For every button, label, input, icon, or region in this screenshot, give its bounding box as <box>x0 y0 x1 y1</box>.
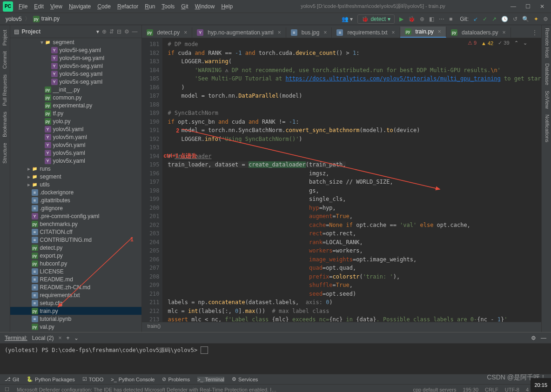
tab-train.py[interactable]: pytrain.py× <box>400 27 446 38</box>
leftbar-bookmarks[interactable]: Bookmarks <box>2 109 7 140</box>
terminal-body[interactable]: (yolotest) PS D:\code-fps\freshman\code\… <box>0 344 551 357</box>
project-tree[interactable]: ▾📁segmentYyolov5l-seg.yamlYyolov5m-seg.y… <box>10 38 141 332</box>
tree-item[interactable]: Yyolov5n-seg.yaml <box>10 62 141 70</box>
rightbar-remote-host[interactable]: Remote Host <box>542 25 551 60</box>
code-content[interactable]: # DP mode if cuda and RANK == -1 and tor… <box>162 38 541 322</box>
git-rollback-icon[interactable]: ↺ <box>513 16 517 22</box>
git-history-icon[interactable]: 🕓 <box>501 16 508 22</box>
debug-icon[interactable]: 🐞 <box>408 16 415 22</box>
tree-item[interactable]: pytrain.py <box>10 307 141 315</box>
close-icon[interactable]: × <box>278 29 281 36</box>
tree-item[interactable]: ≡README.zh-CN.md <box>10 283 141 291</box>
leftbar-commit[interactable]: Commit <box>2 48 7 72</box>
tree-item[interactable]: ≡CITATION.cff <box>10 228 141 236</box>
tree-item[interactable]: ≡LICENSE <box>10 267 141 275</box>
tree-item[interactable]: ▸📁runs <box>10 165 141 173</box>
rightbar-database[interactable]: Database <box>542 60 551 88</box>
coverage-icon[interactable]: ⊕ <box>420 16 424 22</box>
run-config[interactable]: 🐞detect ▾ <box>357 14 395 24</box>
dropdown-icon[interactable]: ▾ <box>96 28 99 35</box>
tree-item[interactable]: pydetect.py <box>10 244 141 252</box>
users-icon[interactable]: 👥 ▾ <box>342 16 353 22</box>
rightbar-sciview[interactable]: SciView <box>542 88 551 112</box>
tree-item[interactable]: ▾📁segment <box>10 38 141 46</box>
tree-item[interactable]: pytf.py <box>10 109 141 117</box>
tab-bus.jpg[interactable]: ≡bus.jpg× <box>286 27 332 38</box>
tree-item[interactable]: ≡README.md <box>10 275 141 283</box>
menu-run[interactable]: Run <box>142 2 158 11</box>
terminal-tab[interactable]: Local (2) <box>32 335 54 341</box>
run-icon[interactable]: ▶ <box>399 16 403 22</box>
menu-window[interactable]: Window <box>192 2 218 11</box>
leftbar-pull-requests[interactable]: Pull Requests <box>2 72 7 109</box>
menu-help[interactable]: Help <box>218 2 235 11</box>
tree-item[interactable]: ≡CONTRIBUTING.md <box>10 236 141 244</box>
status-item[interactable]: UTF-8 <box>505 387 519 392</box>
tab-requirements.txt[interactable]: ≡requirements.txt× <box>332 27 400 38</box>
crumb-project[interactable]: yolov5 <box>3 15 25 23</box>
close-icon[interactable]: × <box>391 29 395 36</box>
tree-item[interactable]: pycommon.py <box>10 93 141 101</box>
tree-item[interactable]: pyexperimental.py <box>10 101 141 109</box>
tree-item[interactable]: ▸📁segment <box>10 173 141 180</box>
tree-item[interactable]: pyyolo.py <box>10 117 141 125</box>
bottombar-git[interactable]: ⎇Git <box>5 376 19 382</box>
tree-item[interactable]: Yyolov5m.yaml <box>10 133 141 141</box>
tree-item[interactable]: Yyolov5x-seg.yaml <box>10 78 141 86</box>
stop-icon[interactable]: ■ <box>449 16 452 22</box>
close-icon[interactable]: × <box>184 29 187 36</box>
tab-hyp.no-augmentation.yaml[interactable]: Yhyp.no-augmentation.yaml× <box>192 27 286 38</box>
inspection-status[interactable]: ⚠ 9 ▲ 42 ✓ 39 ⌃⌄ <box>468 40 527 46</box>
close-icon[interactable]: × <box>503 29 506 36</box>
tab-detect.py[interactable]: pydetect.py× <box>142 27 193 38</box>
notification-icon[interactable]: ☐ <box>5 386 9 392</box>
tab-dataloaders.py[interactable]: pydataloaders.py× <box>446 27 511 38</box>
tabs-more-icon[interactable]: ⋮ <box>528 27 541 38</box>
leftbar-project[interactable]: Project <box>2 27 7 48</box>
tree-item[interactable]: ≡.gitignore <box>10 204 141 212</box>
close-icon[interactable]: ✕ <box>540 3 544 10</box>
crumb-file[interactable]: pytrain.py <box>30 14 62 23</box>
terminal-add[interactable]: + <box>66 335 69 341</box>
tree-item[interactable]: Yyolov5s-seg.yaml <box>10 70 141 78</box>
ai-icon[interactable]: ✦ <box>534 16 538 22</box>
bottombar-python-packages[interactable]: 🐍Python Packages <box>27 376 75 382</box>
tree-item[interactable]: ≡setup.cfg <box>10 299 141 307</box>
bottombar-terminal[interactable]: >_Terminal <box>197 377 224 382</box>
git-push-icon[interactable]: ↗ <box>492 16 497 22</box>
menu-tools[interactable]: Tools <box>159 2 177 11</box>
tree-item[interactable]: Yyolov5l.yaml <box>10 125 141 133</box>
terminal-close-tab[interactable]: × <box>58 335 61 341</box>
tree-item[interactable]: pyexport.py <box>10 252 141 259</box>
tree-item[interactable]: pyval.py <box>10 323 141 331</box>
menu-code[interactable]: Code <box>94 2 114 11</box>
tree-item[interactable]: Yyolov5n.yaml <box>10 141 141 149</box>
bottombar-python-console[interactable]: >_Python Console <box>111 377 155 382</box>
tree-item[interactable]: ≡requirements.txt <box>10 291 141 299</box>
tree-item[interactable]: ≡.gitattributes <box>10 196 141 204</box>
tree-item[interactable]: Yyolov5s.yaml <box>10 149 141 157</box>
rightbar-notifications[interactable]: Notifications <box>542 112 551 145</box>
close-icon[interactable]: × <box>323 29 327 36</box>
select-opened-icon[interactable]: ⊕ <box>102 28 107 35</box>
terminal-hide-icon[interactable]: — <box>541 335 546 341</box>
tree-item[interactable]: pyhubconf.py <box>10 259 141 267</box>
menu-refactor[interactable]: Refactor <box>114 2 141 11</box>
tree-item[interactable]: Yyolov5m-seg.yaml <box>10 54 141 62</box>
status-item[interactable]: 195:30 <box>463 387 478 392</box>
breadcrumb-fn[interactable]: train() <box>142 322 541 332</box>
expand-icon[interactable]: ⇵ <box>109 28 114 35</box>
settings-icon[interactable]: ⚙ <box>124 28 129 35</box>
menu-navigate[interactable]: Navigate <box>66 2 94 11</box>
tree-item[interactable]: ≡tutorial.ipynb <box>10 315 141 323</box>
menu-git[interactable]: Git <box>178 2 191 11</box>
profile-icon[interactable]: ◧ <box>429 16 434 22</box>
maximize-icon[interactable]: ☐ <box>525 3 531 10</box>
close-icon[interactable]: × <box>438 28 441 35</box>
status-item[interactable]: CRLF <box>485 387 498 392</box>
tree-item[interactable]: ≡.dockerignore <box>10 188 141 196</box>
collapse-icon[interactable]: ⊟ <box>117 28 121 35</box>
hide-icon[interactable]: — <box>132 28 138 35</box>
menu-edit[interactable]: Edit <box>31 2 47 11</box>
more-icon[interactable]: ⋯ <box>439 16 444 22</box>
